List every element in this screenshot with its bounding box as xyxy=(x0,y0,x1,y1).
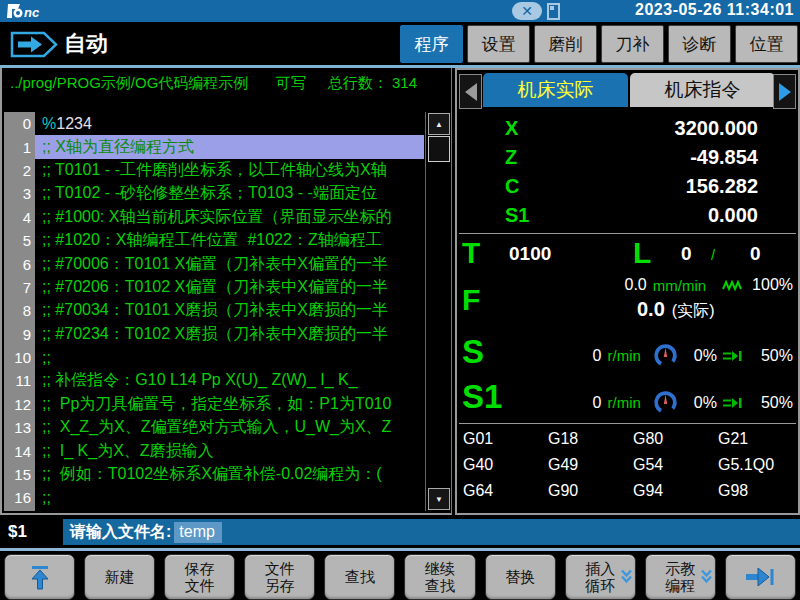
spindle1-load-icon xyxy=(722,396,743,410)
tab-position[interactable]: 位置 xyxy=(735,25,798,63)
scroll-up-icon[interactable]: ▲ xyxy=(428,113,450,135)
save-file-button[interactable]: 保存文件 xyxy=(164,554,235,600)
code-line[interactable]: 2;; T0101 - -工件磨削坐标系，以工件轴心线为X轴 xyxy=(4,159,424,182)
feed-unit: mm/min xyxy=(653,277,706,294)
main-menu-tabs: 程序 设置 磨削 刀补 诊断 位置 xyxy=(400,25,798,63)
code-line[interactable]: 3;; T0102 - -砂轮修整坐标系；T0103 - -端面定位 xyxy=(4,182,424,205)
storage-icon xyxy=(547,3,560,20)
axis-row: X3200.000 xyxy=(457,117,798,146)
filename-input[interactable]: 请输入文件名: temp xyxy=(63,519,800,545)
feed-rate-row: 0.0 mm/min 100% xyxy=(625,276,794,294)
spindle1-row: 0 r/min 0% 50% xyxy=(593,390,793,415)
find-button[interactable]: 查找 xyxy=(324,554,395,600)
tab-program[interactable]: 程序 xyxy=(400,25,463,63)
return-up-icon xyxy=(27,564,53,590)
code-area[interactable]: 0%1234 1;; X轴为直径编程方式 2;; T0101 - -工件磨削坐标… xyxy=(4,112,424,511)
gcode: G01 xyxy=(463,430,548,448)
spindle-override: 50% xyxy=(761,347,793,365)
l-count: 0 xyxy=(681,243,692,265)
return-menu-button[interactable] xyxy=(4,554,75,600)
next-softkey-page-button[interactable] xyxy=(725,554,796,600)
save-as-button[interactable]: 文件另存 xyxy=(244,554,315,600)
l-total: 0 xyxy=(750,243,761,265)
l-label: L xyxy=(633,238,651,268)
prev-view-button[interactable] xyxy=(459,74,482,109)
spindle-label: S xyxy=(462,335,484,368)
brand-logo-icon: nc xyxy=(6,2,66,20)
left-triangle-icon xyxy=(465,83,477,101)
code-line[interactable]: 15;; 例如：T0102坐标系X偏置补偿-0.02编程为：( xyxy=(4,463,424,486)
program-editor-panel: ../prog/PROG示例/OG代码编程示例 可写 总行数： 314 0%12… xyxy=(0,68,452,515)
chevron-down-icon xyxy=(620,569,633,586)
code-line[interactable]: 5;; #1020：X轴编程工件位置 #1022：Z轴编程工 xyxy=(4,229,424,252)
code-line[interactable]: 0%1234 xyxy=(4,112,424,135)
tab-settings[interactable]: 设置 xyxy=(467,25,530,63)
next-view-button[interactable] xyxy=(773,74,796,109)
editor-meta: 可写 总行数： 314 xyxy=(276,74,417,93)
spindle1-load: 0% xyxy=(694,394,717,412)
code-line[interactable]: 8;; #70034：T0101 X磨损（刀补表中X磨损的一半 xyxy=(4,299,424,322)
system-tray: ✕ xyxy=(512,2,560,20)
spindle1-gauge-icon xyxy=(653,390,678,415)
machine-status-panel: 机床实际 机床指令 X3200.000 Z-49.854 C156.282 S1… xyxy=(455,68,800,515)
editor-scrollbar[interactable]: ▲ ▼ xyxy=(425,112,451,511)
spindle1-unit: r/min xyxy=(608,394,641,411)
gcode: G80 xyxy=(633,430,718,448)
code-line[interactable]: 9;; #70234：T0102 X磨损（刀补表中X磨损的一半 xyxy=(4,323,424,346)
code-line[interactable]: 4;; #1000: X轴当前机床实际位置（界面显示坐标的 xyxy=(4,206,424,229)
spindle-load-icon xyxy=(722,349,743,363)
right-triangle-icon xyxy=(779,83,791,101)
command-line-row: $1 请输入文件名: temp xyxy=(0,515,800,548)
file-path: ../prog/PROG示例/OG代码编程示例 xyxy=(10,74,248,93)
channel-indicator: $1 xyxy=(8,522,27,542)
spindle-row: 0 r/min 0% 50% xyxy=(593,343,793,368)
scroll-down-icon[interactable]: ▼ xyxy=(428,488,450,510)
code-line[interactable]: 10;; xyxy=(4,346,424,369)
code-line[interactable]: 11;; 补偿指令：G10 L14 Pp X(U)_ Z(W)_ I_ K_ xyxy=(4,369,424,392)
tab-diagnosis[interactable]: 诊断 xyxy=(668,25,731,63)
tab-machine-command[interactable]: 机床指令 xyxy=(630,73,775,107)
chevron-down-icon xyxy=(700,569,713,586)
mode-bar: 自动 程序 设置 磨削 刀补 诊断 位置 xyxy=(0,22,800,65)
code-line[interactable]: 6;; #70006：T0101 X偏置（刀补表中X偏置的一半 xyxy=(4,252,424,275)
code-line-selected[interactable]: 1;; X轴为直径编程方式 xyxy=(4,135,424,158)
tab-tool-comp[interactable]: 刀补 xyxy=(601,25,664,63)
tool-number: 0100 xyxy=(509,243,551,265)
svg-text:nc: nc xyxy=(24,5,40,20)
axis-row: S10.000 xyxy=(457,204,798,233)
scrollbar-thumb[interactable] xyxy=(428,136,450,162)
code-line[interactable]: 14;; I_ K_为X、Z磨损输入 xyxy=(4,439,424,462)
divider xyxy=(459,233,796,234)
insert-cycle-button[interactable]: 插入循环 xyxy=(565,554,636,600)
new-file-button[interactable]: 新建 xyxy=(84,554,155,600)
gcode: G98 xyxy=(718,482,800,500)
gcode: G64 xyxy=(463,482,548,500)
feed-wave-icon xyxy=(722,279,746,292)
close-circle-icon[interactable]: ✕ xyxy=(512,2,542,20)
code-line[interactable]: 7;; #70206：T0102 X偏置（刀补表中X偏置的一半 xyxy=(4,276,424,299)
softkey-bar: 新建 保存文件 文件另存 查找 继续查找 替换 插入循环 示教编程 xyxy=(0,551,800,600)
auto-mode-arrow-icon xyxy=(10,31,58,58)
divider xyxy=(459,423,796,424)
axis-row: C156.282 xyxy=(457,175,798,204)
spindle-unit: r/min xyxy=(608,347,641,364)
feed-actual-value: 0.0 xyxy=(637,298,665,321)
gcode: G94 xyxy=(633,482,718,500)
gcode: G54 xyxy=(633,456,718,474)
teach-program-button[interactable]: 示教编程 xyxy=(645,554,716,600)
code-line[interactable]: 13;; X_Z_为X、Z偏置绝对方式输入，U_W_为X、Z xyxy=(4,416,424,439)
feed-actual-label: (实际) xyxy=(672,301,715,322)
gcode: G40 xyxy=(463,456,548,474)
tool-label: T xyxy=(462,238,480,268)
feed-value: 0.0 xyxy=(625,276,647,294)
replace-button[interactable]: 替换 xyxy=(485,554,556,600)
tab-machine-actual[interactable]: 机床实际 xyxy=(483,73,628,107)
tab-grinding[interactable]: 磨削 xyxy=(534,25,597,63)
find-next-button[interactable]: 继续查找 xyxy=(404,554,475,600)
spindle-gauge-icon xyxy=(653,343,678,368)
total-lines: 总行数： 314 xyxy=(328,74,417,93)
input-value-selected[interactable]: temp xyxy=(174,522,222,543)
code-line[interactable]: 16;; xyxy=(4,486,424,509)
gcode: G90 xyxy=(548,482,633,500)
code-line[interactable]: 12;; Pp为刀具偏置号，指定坐标系，如：P1为T010 xyxy=(4,393,424,416)
